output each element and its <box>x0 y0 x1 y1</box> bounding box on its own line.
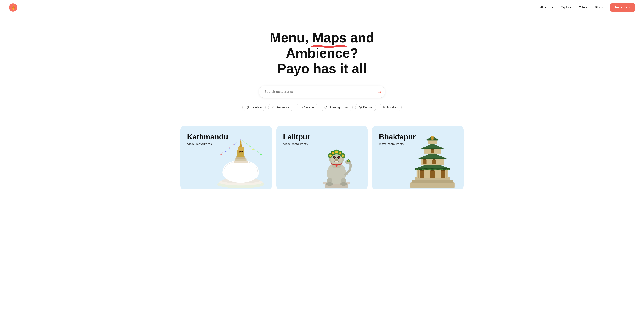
foodies-icon <box>383 106 386 109</box>
nav-link-explore[interactable]: Explore <box>561 6 572 9</box>
svg-point-10 <box>384 106 384 107</box>
svg-rect-96 <box>418 170 419 178</box>
svg-rect-23 <box>240 143 242 144</box>
kathmandu-illustration <box>210 136 272 189</box>
logo-emoji: 👌 <box>10 5 16 10</box>
nav-link-offers[interactable]: Offers <box>579 6 587 9</box>
svg-point-52 <box>332 152 334 154</box>
svg-rect-65 <box>336 162 336 163</box>
search-icon <box>377 89 381 93</box>
svg-point-62 <box>339 157 339 157</box>
svg-rect-36 <box>260 154 262 155</box>
city-cards-grid: Kathmandu View Restaurants <box>173 119 471 189</box>
clock-icon <box>324 106 327 109</box>
nav-link-about[interactable]: About Us <box>540 6 553 9</box>
nav-links: About Us Explore Offers Blogs Instagram <box>540 3 635 12</box>
svg-rect-3 <box>272 107 274 108</box>
search-button[interactable] <box>377 89 381 95</box>
svg-point-63 <box>335 159 338 161</box>
svg-rect-22 <box>240 142 242 143</box>
svg-rect-35 <box>252 149 254 150</box>
svg-point-53 <box>335 151 338 153</box>
chip-opening-hours[interactable]: Opening Hours <box>320 104 352 111</box>
hero-title: Menu, Maps and Ambience? Payo has it all <box>238 30 406 76</box>
svg-point-72 <box>348 160 349 162</box>
svg-rect-88 <box>431 150 434 153</box>
svg-point-27 <box>239 151 240 152</box>
svg-rect-91 <box>428 140 437 144</box>
chip-foodies-label: Foodies <box>387 106 398 109</box>
logo-icon: 👌 <box>9 3 17 12</box>
chip-ambience[interactable]: Ambience <box>268 104 293 111</box>
search-container <box>259 86 385 98</box>
filter-chips: Location Ambience Cuisine Opening Hours … <box>242 104 402 111</box>
svg-rect-79 <box>441 171 445 178</box>
chip-cuisine-label: Cuisine <box>304 106 314 109</box>
svg-point-42 <box>326 182 333 186</box>
svg-marker-89 <box>421 144 444 149</box>
hero-title-line1: Menu, Maps and Ambience? <box>238 30 406 61</box>
svg-rect-66 <box>337 162 338 163</box>
svg-point-43 <box>340 182 347 186</box>
chip-location[interactable]: Location <box>242 104 266 111</box>
svg-point-28 <box>241 151 242 152</box>
svg-rect-83 <box>423 160 426 164</box>
chip-opening-hours-label: Opening Hours <box>328 106 349 109</box>
navbar: 👌 About Us Explore Offers Blogs Instagra… <box>0 0 644 15</box>
svg-rect-19 <box>238 147 244 151</box>
logo[interactable]: 👌 <box>9 3 17 12</box>
chip-ambience-label: Ambience <box>276 106 290 109</box>
svg-point-55 <box>342 155 344 157</box>
svg-point-61 <box>334 157 335 157</box>
svg-point-2 <box>247 107 248 107</box>
svg-rect-90 <box>422 148 443 149</box>
svg-rect-73 <box>410 182 455 188</box>
svg-rect-15 <box>234 161 248 163</box>
svg-point-60 <box>338 157 340 158</box>
svg-rect-34 <box>225 151 226 152</box>
svg-rect-78 <box>430 171 435 178</box>
instagram-button[interactable]: Instagram <box>610 3 635 12</box>
nav-link-blogs[interactable]: Blogs <box>595 6 603 9</box>
svg-rect-33 <box>220 154 222 155</box>
chip-location-label: Location <box>250 106 262 109</box>
chip-dietary-label: Dietary <box>363 106 373 109</box>
svg-line-1 <box>380 92 381 93</box>
svg-point-68 <box>333 164 335 165</box>
dietary-icon <box>359 106 362 109</box>
search-input[interactable] <box>259 86 385 98</box>
svg-rect-21 <box>240 141 242 142</box>
city-card-lalitpur[interactable]: Lalitpur View Restaurants <box>276 126 368 189</box>
city-card-bhaktapur[interactable]: Bhaktapur View Restaurants <box>372 126 464 189</box>
svg-rect-16 <box>235 159 246 161</box>
svg-point-67 <box>336 165 338 167</box>
city-card-kathmandu[interactable]: Kathmandu View Restaurants <box>180 126 272 189</box>
svg-rect-97 <box>446 170 447 178</box>
svg-rect-84 <box>432 160 436 164</box>
bhaktapur-illustration <box>402 136 464 189</box>
svg-point-69 <box>338 164 340 165</box>
svg-point-59 <box>334 157 335 158</box>
chip-dietary[interactable]: Dietary <box>355 104 376 111</box>
wavy-underline-svg <box>312 44 349 48</box>
ambience-icon <box>272 106 275 109</box>
maps-word: Maps <box>312 30 346 46</box>
chip-foodies[interactable]: Foodies <box>379 104 402 111</box>
chip-cuisine[interactable]: Cuisine <box>296 104 318 111</box>
svg-rect-18 <box>238 150 244 157</box>
svg-rect-77 <box>420 171 424 178</box>
hero-section: Menu, Maps and Ambience? Payo has it all… <box>0 15 644 119</box>
svg-rect-86 <box>419 158 446 159</box>
location-icon <box>246 106 249 109</box>
svg-point-51 <box>329 155 332 157</box>
lalitpur-illustration <box>306 136 368 189</box>
svg-rect-24 <box>240 145 242 146</box>
hero-title-line2: Payo has it all <box>238 61 406 77</box>
svg-point-54 <box>339 152 342 154</box>
cuisine-icon <box>300 106 302 109</box>
